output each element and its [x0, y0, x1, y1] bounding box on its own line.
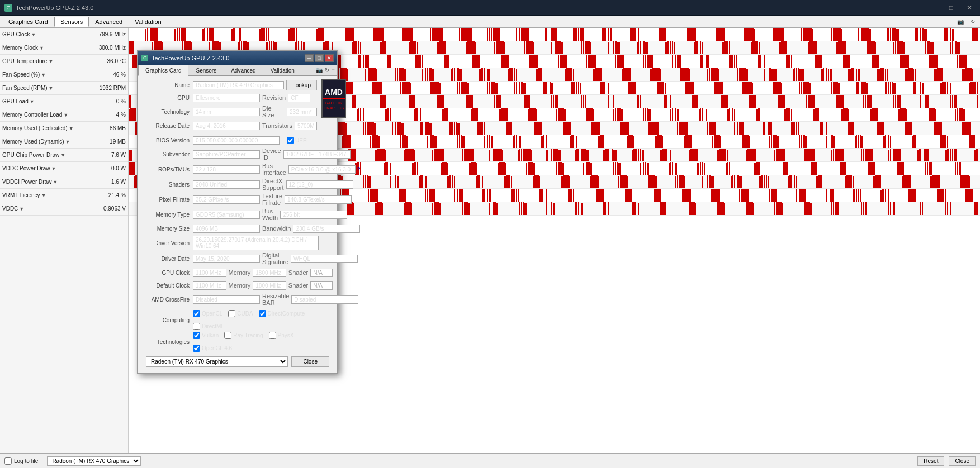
resbar-value: Disabled	[291, 295, 358, 304]
memsize-value: 4096 MB	[193, 225, 260, 233]
tab-validation[interactable]: Validation	[129, 17, 168, 26]
bus-info-icon[interactable]: ?	[357, 166, 361, 173]
modal-tab-advanced[interactable]: Advanced	[224, 65, 263, 75]
driver-version-value: 26.20.15029.27017 (Adrenalin 20.4.2) DCH…	[193, 236, 319, 250]
bios-export-icon[interactable]: ↑	[282, 137, 285, 144]
modal-driverdate-row: Driver Date May 15, 2020 Digital Signatu…	[143, 252, 333, 265]
digsig-label: Digital Signature	[262, 252, 288, 265]
gpu-z-modal: G TechPowerUp GPU-Z 2.43.0 ─ □ ✕ Graphic…	[137, 50, 338, 374]
pixel-label: Pixel Fillrate	[143, 197, 193, 203]
modal-minimize[interactable]: ─	[305, 54, 314, 62]
gpu-select-bottom[interactable]: Radeon (TM) RX 470 Graphics	[47, 456, 141, 466]
modal-tab-sensors[interactable]: Sensors	[188, 65, 224, 75]
modal-tabs: Graphics Card Sensors Advanced Validatio…	[138, 65, 337, 76]
opengl-check[interactable]: OpenGL 4.6	[193, 345, 232, 352]
app-title: TechPowerUp GPU-Z 2.43.0	[16, 4, 93, 11]
sensor-vddc: VDDC ▼ 0.9063 V	[0, 202, 128, 216]
shader-def-sep: Shader	[288, 282, 308, 289]
bus-value: PCIe x16 3.0 @ x16 3.0	[288, 165, 356, 174]
directcompute-check[interactable]: DirectCompute	[259, 310, 305, 317]
mem-def-sep: Memory	[229, 282, 251, 289]
directml-check[interactable]: DirectML	[193, 323, 224, 330]
title-bar-left: G TechPowerUp GPU-Z 2.43.0	[4, 4, 93, 12]
memsize-label: Memory Size	[143, 226, 193, 232]
modal-icon: G	[141, 55, 148, 61]
maximize-button[interactable]: □	[946, 3, 957, 13]
tab-graphics-card[interactable]: Graphics Card	[2, 17, 54, 26]
bios-value: 015.050.000.000.000000	[193, 136, 280, 145]
main-toolbar: Graphics Card Sensors Advanced Validatio…	[0, 16, 980, 28]
modal-subvendor-row: Subvendor Sapphire/PCPartner Device ID 1…	[143, 147, 333, 161]
log-checkbox-input[interactable]	[4, 457, 12, 465]
bus-label: Bus Interface	[262, 163, 286, 176]
sensor-chip-power: GPU Chip Power Draw ▼ 7.6 W	[0, 149, 128, 162]
physx-check[interactable]: PhysX	[269, 332, 294, 339]
camera-icon[interactable]: 📷	[955, 17, 965, 27]
modal-menu-icon[interactable]: ≡	[332, 67, 335, 73]
driver-version-label: Driver Version	[143, 240, 193, 246]
device-id-value: 1002 67DF - 174B E347	[283, 150, 351, 159]
digsig-value: WHQL	[291, 255, 358, 263]
revision-value: CF	[288, 94, 310, 102]
driver-date-label: Driver Date	[143, 256, 193, 262]
name-label: Name	[143, 82, 193, 88]
cuda-input[interactable]	[228, 310, 235, 317]
cuda-check[interactable]: CUDA	[228, 310, 253, 317]
refresh-icon[interactable]: ↻	[968, 17, 978, 27]
driver-date-value: May 15, 2020	[193, 255, 260, 263]
tab-advanced[interactable]: Advanced	[89, 17, 129, 26]
modal-close-button[interactable]: Close	[291, 356, 329, 367]
directml-input[interactable]	[193, 323, 200, 330]
sensor-gpu-load: GPU Load ▼ 0 %	[0, 95, 128, 108]
opencl-check[interactable]: OpenCL	[193, 310, 222, 317]
modal-name-row: Name Radeon (TM) RX 470 Graphics Lookup	[143, 79, 317, 90]
revision-sep: Revision	[262, 94, 286, 101]
sensor-memory-clock: Memory Clock ▼ 300.0 MHz	[0, 41, 128, 55]
app-window: G TechPowerUp GPU-Z 2.43.0 ─ □ ✕ Graphic…	[0, 0, 980, 468]
opencl-input[interactable]	[193, 310, 200, 317]
physx-input[interactable]	[269, 332, 276, 339]
opengl-input[interactable]	[193, 345, 200, 352]
uefi-checkbox[interactable]: UEFI	[287, 137, 308, 144]
rops-value: 32 / 128	[193, 165, 260, 174]
reset-button[interactable]: Reset	[917, 456, 944, 466]
transistors-value: 5700M	[295, 122, 317, 130]
log-to-file-checkbox[interactable]: Log to file	[4, 457, 38, 465]
amd-logo: AMD RADEON GRAPHICS	[321, 79, 346, 118]
modal-computing-row: Computing OpenCL CUDA DirectCompute	[143, 310, 333, 330]
modal-gpu-dropdown[interactable]: Radeon (TM) RX 470 Graphics	[146, 356, 288, 367]
vulkan-input[interactable]	[193, 332, 200, 339]
close-main-button[interactable]: Close	[949, 456, 976, 466]
modal-refresh-icon[interactable]: ↻	[325, 67, 329, 73]
dx-value: 12 (12_0)	[286, 180, 353, 189]
computing-checks: OpenCL CUDA DirectCompute DirectML	[193, 310, 333, 330]
lookup-button[interactable]: Lookup	[286, 80, 317, 90]
vulkan-check[interactable]: Vulkan	[193, 332, 219, 339]
modal-tab-validation[interactable]: Validation	[263, 65, 302, 75]
close-button[interactable]: ✕	[963, 3, 976, 13]
modal-tab-graphics-card[interactable]: Graphics Card	[138, 65, 188, 76]
modal-gpu-row: GPU Ellesmere Revision CF	[143, 92, 317, 103]
tex-value: 140.8 GTexel/s	[285, 195, 352, 204]
memory-clock-gpu-value: 1800 MHz	[253, 269, 286, 277]
modal-close-icon[interactable]: ✕	[325, 54, 334, 62]
gpu-label: GPU	[143, 95, 193, 101]
die-label: Die Size	[262, 105, 285, 118]
resbar-label: Resizable BAR	[262, 293, 289, 306]
sensor-mem-dedicated: Memory Used (Dedicated) ▼ 86 MB	[0, 122, 128, 135]
modal-rops-row: ROPs/TMUs 32 / 128 Bus Interface PCIe x1…	[143, 163, 333, 176]
die-value: 232 mm²	[287, 108, 317, 116]
modal-maximize[interactable]: □	[315, 54, 324, 62]
minimize-button[interactable]: ─	[927, 3, 939, 13]
directcompute-input[interactable]	[259, 310, 266, 317]
uefi-input[interactable]	[287, 137, 294, 144]
modal-release-row: Release Date Aug 4, 2016 Transistors 570…	[143, 120, 317, 131]
raytracing-check[interactable]: Ray Tracing	[224, 332, 263, 339]
tab-sensors[interactable]: Sensors	[54, 17, 89, 27]
sensor-panel: GPU Clock ▼ 799.9 MHz Memory Clock ▼ 300…	[0, 28, 129, 466]
sensor-vrm-eff: VRM Efficiency ▼ 21.4 %	[0, 189, 128, 202]
modal-camera-icon[interactable]: 📷	[316, 67, 323, 73]
modal-shaders-row: Shaders 2048 Unified DirectX Support 12 …	[143, 178, 333, 191]
dx-label: DirectX Support	[262, 178, 284, 191]
raytracing-input[interactable]	[224, 332, 231, 339]
